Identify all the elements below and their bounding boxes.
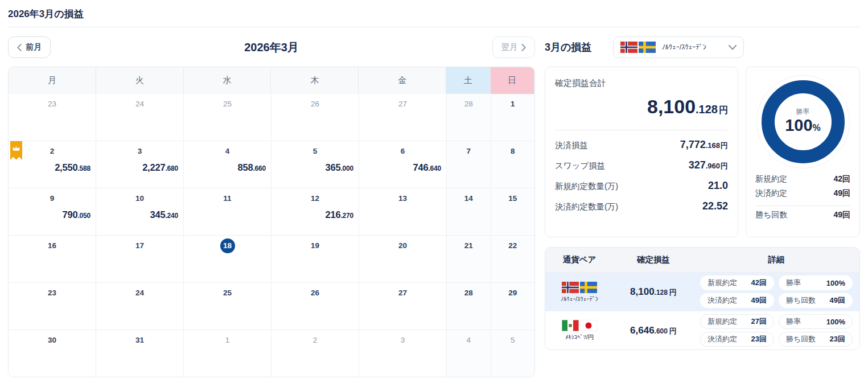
best-day-badge	[10, 141, 22, 160]
calendar-day-cell[interactable]: 30	[9, 330, 96, 377]
summary-row: スワップ損益 327.960円	[555, 159, 728, 171]
calendar-day-cell[interactable]: 23	[9, 94, 96, 141]
weekday-header-cell: 土	[446, 67, 490, 94]
calendar-day-cell[interactable]: 27	[359, 283, 447, 330]
weekday-header-cell: 火	[96, 67, 184, 94]
calendar-day-cell[interactable]: 26	[271, 94, 359, 141]
calendar-day-cell[interactable]: 9790.050	[9, 188, 96, 235]
calendar-day-cell[interactable]: 15	[491, 188, 535, 235]
win-card-divider	[755, 205, 850, 206]
win-rate-label: 勝率	[796, 107, 810, 117]
calendar-day-cell[interactable]: 1	[491, 94, 535, 141]
win-count-value: 49回	[833, 210, 850, 220]
win-stat-value: 42回	[833, 174, 850, 184]
calendar-day-cell[interactable]: 1	[184, 330, 271, 377]
day-number: 31	[96, 336, 183, 345]
prev-month-button[interactable]: 前月	[8, 36, 51, 58]
win-rate-donut-wrap: 勝率 100%	[755, 75, 850, 168]
summary-row-label: スワップ損益	[555, 160, 605, 171]
day-number: 27	[359, 289, 446, 298]
day-number: 15	[491, 194, 535, 203]
pair-table-row[interactable]: ﾒｷｼｺﾍﾟｿ/円6,646.600円新規約定27回勝率100%決済約定23回勝…	[545, 311, 859, 349]
calendar-day-cell[interactable]: 29	[491, 283, 535, 330]
weekday-header-cell: 水	[184, 67, 271, 94]
calendar-day-cell[interactable]: 28	[447, 283, 491, 330]
calendar-day-cell[interactable]: 23	[9, 283, 96, 330]
calendar-day-cell[interactable]: 27	[359, 94, 447, 141]
calendar-day-cell[interactable]: 24	[96, 283, 184, 330]
calendar-day-cell[interactable]: 20	[359, 236, 447, 282]
norway-flag-icon	[620, 42, 637, 53]
day-number: 4	[184, 147, 271, 156]
day-number: 1	[491, 100, 535, 109]
sweden-flag-icon	[639, 42, 656, 53]
calendar-day-cell[interactable]: 26	[271, 283, 359, 330]
summary-row: 決済損益 7,772.168円	[555, 139, 728, 151]
win-stat-value: 49回	[833, 188, 850, 199]
calendar-day-cell[interactable]: 17	[96, 236, 184, 282]
profit-column-header: 確定損益	[614, 254, 693, 265]
calendar-day-cell[interactable]: 28	[447, 94, 491, 141]
calendar-day-cell[interactable]: 4858.660	[184, 141, 271, 188]
day-profit-value: 216.270	[326, 209, 354, 220]
currency-pair-dropdown[interactable]: ﾉﾙｳｪｰ/ｽｳｪｰﾃﾞﾝ	[613, 36, 744, 58]
next-month-button[interactable]: 翌月	[492, 36, 535, 58]
calendar-day-cell[interactable]: 8	[491, 141, 535, 188]
calendar-day-cell[interactable]: 22,550.588	[9, 141, 96, 188]
summary-row-value: 21.0	[708, 180, 728, 192]
calendar-day-cell[interactable]: 22	[491, 236, 535, 282]
calendar-day-cell[interactable]: 25	[184, 94, 271, 141]
calendar-day-cell[interactable]: 10345.240	[96, 188, 184, 235]
calendar-day-cell[interactable]: 16	[9, 236, 96, 282]
day-number: 11	[184, 194, 271, 203]
pair-dropdown-flags	[620, 42, 656, 53]
toolbar: 前月 2026年3月 翌月 3月の損益 ﾉﾙｳｪｰ/ｽｳｪｰﾃﾞﾝ	[8, 36, 860, 59]
calendar-day-cell[interactable]: 18	[184, 236, 271, 282]
day-profit-value: 858.660	[238, 162, 266, 173]
detail-chip: 決済約定49回	[700, 293, 774, 308]
next-month-label: 翌月	[501, 42, 517, 52]
calendar-day-cell[interactable]: 24	[96, 94, 184, 141]
pair-flags	[562, 320, 597, 331]
pair-dropdown-label: ﾉﾙｳｪｰ/ｽｳｪｰﾃﾞﾝ	[661, 43, 729, 51]
calendar-day-cell[interactable]: 5365.000	[271, 141, 359, 188]
calendar-week-row: 23242526272829	[9, 282, 534, 330]
calendar-day-cell[interactable]: 31	[96, 330, 184, 377]
calendar-day-cell[interactable]: 7	[447, 141, 491, 188]
calendar-day-cell[interactable]: 32,227.680	[96, 141, 184, 188]
calendar-day-cell[interactable]: 6746.640	[359, 141, 447, 188]
day-number-today: 18	[184, 241, 271, 253]
day-number: 4	[447, 336, 491, 345]
day-number: 30	[9, 336, 96, 345]
pair-label: ﾒｷｼｺﾍﾟｿ/円	[565, 334, 594, 341]
weekday-header-cell: 金	[359, 67, 446, 94]
day-number: 9	[9, 194, 96, 203]
calendar-day-cell[interactable]: 14	[447, 188, 491, 235]
detail-chip: 勝ち回数23回	[779, 332, 853, 347]
calendar-day-cell[interactable]: 5	[491, 330, 535, 377]
day-number: 3	[359, 336, 446, 345]
day-number: 24	[96, 100, 183, 109]
day-number: 12	[271, 194, 359, 203]
total-profit-value: 8,100.128円	[555, 96, 728, 118]
calendar-day-cell[interactable]: 21	[447, 236, 491, 282]
calendar-day-cell[interactable]: 13	[359, 188, 447, 235]
summary-row-value: 7,772.168円	[680, 139, 728, 151]
win-stat-row: 新規約定 42回	[755, 174, 850, 184]
pair-cell: ﾒｷｼｺﾍﾟｿ/円	[545, 320, 614, 341]
calendar-day-cell[interactable]: 12216.270	[271, 188, 359, 235]
calendar-day-cell[interactable]: 11	[184, 188, 271, 235]
day-number: 26	[271, 100, 359, 109]
total-unit: 円	[719, 105, 728, 115]
win-rate-donut-outer-ring: 勝率 100%	[756, 75, 850, 168]
pair-label: ﾉﾙｳｪｰ/ｽｳｪｰﾃﾞﾝ	[561, 295, 598, 302]
calendar-day-cell[interactable]: 4	[447, 330, 491, 377]
calendar: 月火水木金土日 232425262728122,550.58832,227.68…	[8, 67, 535, 377]
calendar-day-cell[interactable]: 25	[184, 283, 271, 330]
weekday-header-cell: 木	[271, 67, 359, 94]
calendar-day-cell[interactable]: 2	[271, 330, 359, 377]
calendar-day-cell[interactable]: 19	[271, 236, 359, 282]
pair-table-row[interactable]: ﾉﾙｳｪｰ/ｽｳｪｰﾃﾞﾝ8,100.128円新規約定42回勝率100%決済約定…	[545, 272, 859, 311]
calendar-day-cell[interactable]: 3	[359, 330, 447, 377]
day-number: 19	[271, 241, 359, 250]
